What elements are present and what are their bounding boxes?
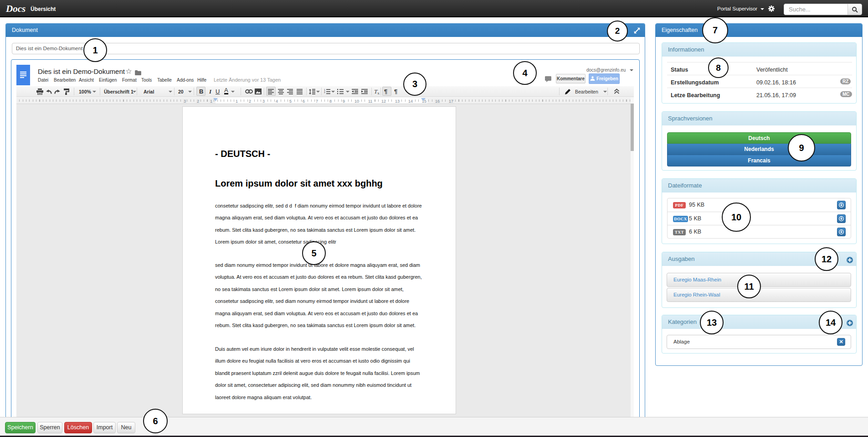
svg-text:2: 2 — [324, 91, 325, 94]
